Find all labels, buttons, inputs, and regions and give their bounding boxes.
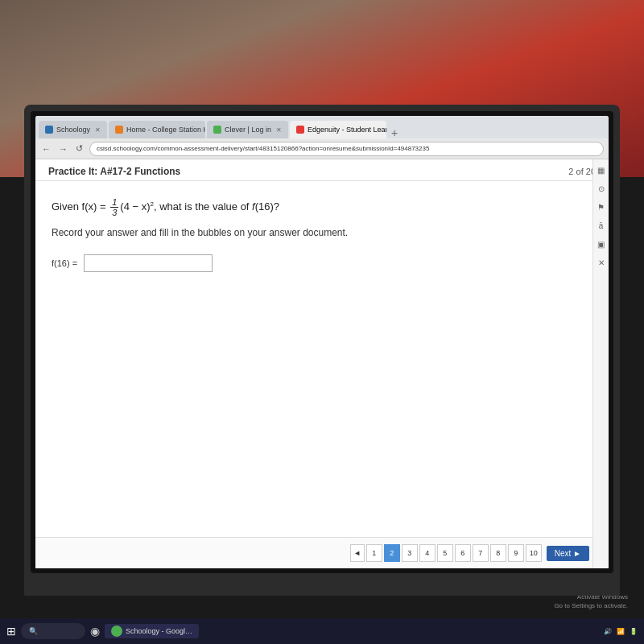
next-button[interactable]: Next ► <box>547 546 589 561</box>
page-btn-8[interactable]: 8 <box>490 544 506 562</box>
tab-home[interactable]: Home - College Station High Sc… ✕ <box>109 121 205 138</box>
page-btn-10[interactable]: 10 <box>526 544 542 562</box>
tab-bar: Schoology ✕ Home - College Station High … <box>35 116 609 138</box>
taskbar-battery-icon[interactable]: 🔋 <box>630 628 638 635</box>
page-btn-5[interactable]: 5 <box>437 544 453 562</box>
page-content: Practice It: A#17-2 Functions 2 of 20 ▦ … <box>35 159 609 568</box>
browser-window: Schoology ✕ Home - College Station High … <box>35 116 609 568</box>
start-button[interactable]: ⊞ <box>6 625 16 638</box>
tab-label-schoology: Schoology <box>56 126 90 134</box>
sidebar-icon-grid[interactable]: ▦ <box>597 166 605 175</box>
refresh-button[interactable]: ↺ <box>74 143 85 154</box>
page-btn-6[interactable]: 6 <box>455 544 471 562</box>
answer-label: f(16) = <box>52 258 77 268</box>
taskbar-network-icon[interactable]: 📶 <box>617 628 625 635</box>
forward-button[interactable]: → <box>57 144 69 154</box>
sidebar-icon-text[interactable]: ā <box>599 221 604 230</box>
page-btn-3[interactable]: 3 <box>402 544 418 562</box>
fraction-numerator: 1 <box>110 197 118 208</box>
address-bar: ← → ↺ <box>35 138 609 159</box>
taskbar-app-icon <box>111 625 122 637</box>
right-sidebar: ▦ ⊙ ⚑ ā ▣ ✕ <box>592 159 609 568</box>
page-btn-9[interactable]: 9 <box>508 544 524 562</box>
screen-bezel: Schoology ✕ Home - College Station High … <box>31 111 613 573</box>
prev-page-button[interactable]: ◄ <box>350 544 365 562</box>
activate-line2: Go to Settings to activate. <box>554 601 628 610</box>
tab-favicon-schoology <box>45 126 53 134</box>
taskbar-search[interactable] <box>21 623 85 639</box>
page-btn-1[interactable]: 1 <box>366 544 382 562</box>
tab-label-clever: Clever | Log in <box>225 126 271 134</box>
sidebar-icon-flag[interactable]: ⚑ <box>597 203 605 212</box>
tab-favicon-clever <box>213 126 221 134</box>
tab-edgenuity[interactable]: Edgenuity - Student Learning Ex… ✕ <box>290 121 386 138</box>
new-tab-button[interactable]: + <box>388 127 401 138</box>
sidebar-icon-square[interactable]: ▣ <box>597 240 605 249</box>
page-btn-4[interactable]: 4 <box>419 544 436 562</box>
tab-close-schoology[interactable]: ✕ <box>95 126 101 134</box>
tab-clever[interactable]: Clever | Log in ✕ <box>207 121 288 138</box>
page-btn-2[interactable]: 2 <box>384 544 400 562</box>
taskbar-right: 🔊 📶 🔋 <box>604 628 638 635</box>
page-counter: 2 of 20 <box>568 167 596 176</box>
sidebar-icon-expand[interactable]: ✕ <box>598 258 605 267</box>
instructions-text: Record your answer and fill in the bubbl… <box>52 227 584 238</box>
tab-favicon-edgenuity <box>296 126 304 134</box>
sidebar-icon-circle[interactable]: ⊙ <box>598 184 605 193</box>
answer-row: f(16) = <box>52 254 584 272</box>
tab-label-home: Home - College Station High Sc… <box>126 126 205 134</box>
laptop-body: Schoology ✕ Home - College Station High … <box>24 105 620 596</box>
fraction-denominator: 3 <box>110 208 118 217</box>
tab-label-edgenuity: Edgenuity - Student Learning Ex… <box>308 126 386 134</box>
taskbar-app-label: Schoology - Googl… <box>126 627 192 635</box>
back-button[interactable]: ← <box>40 144 52 154</box>
tab-favicon-home <box>115 126 123 134</box>
question-area: Given f(x) = 13(4 − x)2, what is the val… <box>35 181 609 537</box>
taskbar-app-schoology[interactable]: Schoology - Googl… <box>105 624 199 638</box>
tab-close-clever[interactable]: ✕ <box>276 126 282 134</box>
page-header: Practice It: A#17-2 Functions 2 of 20 <box>35 159 609 181</box>
url-input[interactable] <box>89 142 604 156</box>
taskbar-volume-icon[interactable]: 🔊 <box>604 628 612 635</box>
question-text-after: (4 − x)2, what is the value of f(16)? <box>120 200 279 213</box>
question-text-before: Given f(x) = <box>52 200 109 213</box>
answer-input[interactable] <box>84 254 213 272</box>
question-text: Given f(x) = 13(4 − x)2, what is the val… <box>52 197 584 217</box>
taskbar: ⊞ ◉ Schoology - Googl… 🔊 📶 🔋 <box>0 618 644 644</box>
pagination-bar: ◄ 1 2 3 4 5 6 7 8 9 10 Next ► <box>35 537 609 568</box>
taskbar-cortana-icon[interactable]: ◉ <box>90 625 100 638</box>
page-btn-7[interactable]: 7 <box>473 544 489 562</box>
tab-schoology[interactable]: Schoology ✕ <box>39 121 107 138</box>
fraction: 13 <box>110 197 118 217</box>
page-title: Practice It: A#17-2 Functions <box>48 166 180 177</box>
math-formula: 13 <box>109 200 120 213</box>
